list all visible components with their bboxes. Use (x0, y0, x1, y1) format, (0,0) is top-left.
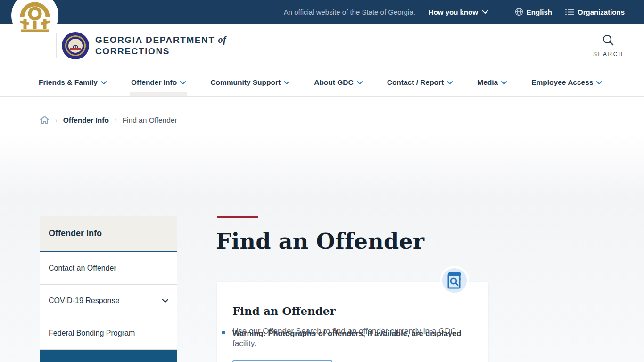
nav-item-contact-report[interactable]: Contact / Report (387, 68, 453, 96)
warning-text: Warning: Photographs of offenders, if av… (232, 328, 461, 339)
bullet-square-icon (222, 331, 225, 334)
chevron-down-icon (180, 81, 186, 85)
chevron-down-icon (284, 81, 289, 85)
georgia-arch-logo[interactable] (11, 0, 58, 39)
site-header: GEORGIA DEPARTMENT of CORRECTIONS SEARCH (0, 24, 644, 68)
agency-name-line2: CORRECTIONS (95, 46, 170, 56)
nav-item-offender-info[interactable]: Offender Info (131, 68, 186, 96)
organizations-menu[interactable]: Organizations (565, 8, 625, 16)
nav-item-media[interactable]: Media (477, 68, 507, 96)
warning-list-item: Warning: Photographs of offenders, if av… (222, 328, 495, 339)
official-website-message: An official website of the State of Geor… (284, 8, 415, 16)
nav-item-about-gdc[interactable]: About GDC (314, 68, 363, 96)
breadcrumb-separator: › (55, 116, 58, 124)
nav-item-friends-family[interactable]: Friends & Family (39, 68, 107, 96)
sidebar-offender-info: Offender Info Contact an Offender COVID-… (40, 216, 177, 362)
how-you-know-toggle[interactable]: How you know (429, 8, 488, 16)
home-icon[interactable] (40, 115, 50, 125)
how-you-know-label: How you know (429, 8, 478, 16)
agency-name-of: of (218, 34, 227, 45)
official-state-bar: An official website of the State of Geor… (0, 0, 644, 24)
header-divider (56, 33, 57, 58)
breadcrumb-link-offender-info[interactable]: Offender Info (63, 116, 109, 124)
agency-name[interactable]: GEORGIA DEPARTMENT of CORRECTIONS (95, 34, 226, 57)
header-search-button[interactable]: SEARCH (593, 34, 624, 58)
page-content: › Offender Info › Find an Offender Offen… (0, 97, 644, 362)
chevron-down-icon (101, 81, 107, 85)
nav-active-indicator (130, 92, 187, 96)
document-search-icon (440, 266, 469, 295)
breadcrumb-current: Find an Offender (123, 116, 177, 124)
agency-name-line1: GEORGIA DEPARTMENT (95, 35, 215, 45)
main-navigation: Friends & Family Offender Info Community… (0, 68, 644, 97)
find-offender-card: Find an Offender Use our Offender Search… (217, 282, 488, 362)
search-label: SEARCH (593, 51, 624, 58)
search-now-button[interactable]: SEARCH NOW → (232, 360, 332, 362)
gdc-seal-logo (62, 32, 89, 59)
sidebar-item-federal-bonding-program[interactable]: Federal Bonding Program (40, 317, 177, 350)
list-icon (565, 8, 574, 16)
organizations-label: Organizations (578, 8, 625, 16)
language-selector[interactable]: English (515, 8, 552, 16)
chevron-down-icon (357, 81, 363, 85)
chevron-down-icon (482, 10, 488, 14)
search-icon (602, 34, 614, 46)
globe-icon (515, 8, 523, 16)
sidebar-item-contact-an-offender[interactable]: Contact an Offender (40, 252, 177, 285)
sidebar-item-covid-19-response[interactable]: COVID-19 Response (40, 285, 177, 317)
chevron-down-icon (447, 81, 453, 85)
language-label: English (527, 8, 552, 16)
breadcrumb: › Offender Info › Find an Offender (40, 115, 177, 125)
sidebar-item-find-an-offender[interactable]: Find an Offender (40, 350, 177, 362)
nav-item-employee-access[interactable]: Employee Access (531, 68, 602, 96)
title-accent-bar (217, 216, 258, 218)
chevron-down-icon (162, 299, 168, 303)
chevron-down-icon (501, 81, 507, 85)
nav-item-community-support[interactable]: Community Support (210, 68, 289, 96)
sidebar-title: Offender Info (40, 216, 177, 252)
chevron-down-icon (596, 81, 602, 85)
card-title: Find an Offender (232, 304, 488, 317)
page-title: Find an Offender (216, 229, 424, 254)
breadcrumb-separator: › (115, 116, 117, 124)
